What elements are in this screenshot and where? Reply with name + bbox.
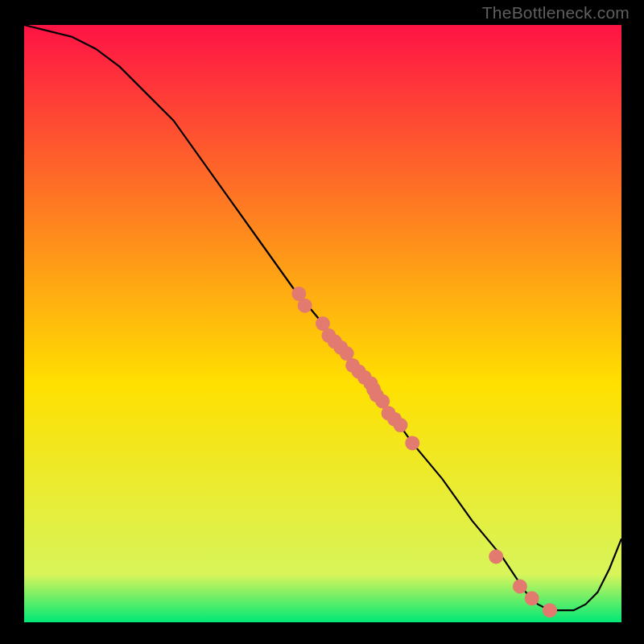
- sample-point: [513, 580, 527, 594]
- attribution-text: TheBottleneck.com: [482, 3, 630, 23]
- sample-point: [405, 436, 419, 450]
- sample-point: [489, 549, 503, 564]
- sample-point: [525, 591, 539, 605]
- chart-svg: [0, 0, 644, 644]
- chart-container: TheBottleneck.com: [0, 0, 644, 644]
- sample-point: [543, 603, 557, 617]
- sample-point: [394, 418, 408, 432]
- sample-point: [298, 299, 312, 313]
